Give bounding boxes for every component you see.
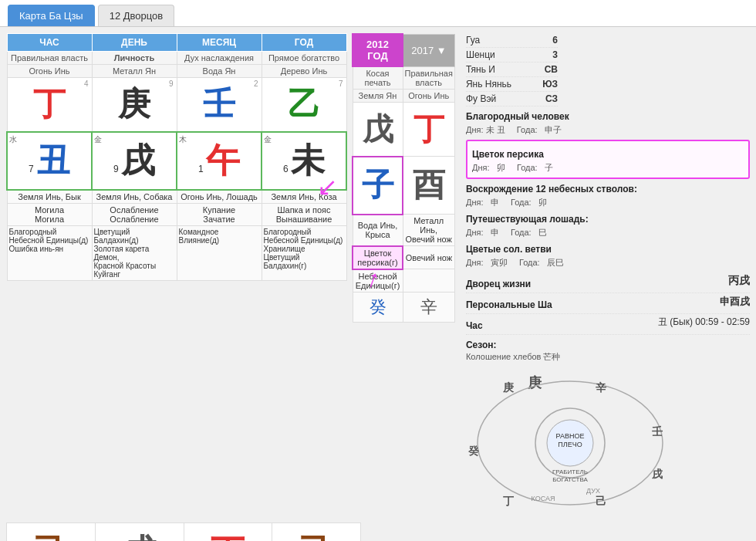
top-label-1: Личность (92, 52, 177, 65)
branch-elem-tl-3: 金 (264, 134, 272, 145)
info-yannyan: Янь Няньь ЮЗ (466, 77, 558, 92)
stars-0: Благородный Небесной Единицы(д)Ошибка ин… (7, 225, 92, 280)
label-tyanyi: Тянь И (466, 64, 495, 75)
lower-stem-0: 己 (7, 523, 96, 542)
branch-char-0: 丑 (36, 141, 70, 179)
branch-num-br-0: 7 (29, 164, 34, 174)
val-fuwei: СЗ (545, 93, 558, 104)
tab-12palaces[interactable]: 12 Дворцов (98, 5, 175, 26)
branch-info-2: Огонь Инь, Лошадь (177, 190, 262, 204)
svg-text:ПЛЕЧО: ПЛЕЧО (558, 441, 582, 448)
branch-char-1: 戌 (121, 141, 155, 179)
special-3: Шапка и поясВынашивание (262, 203, 346, 225)
year2012-header[interactable]: 2012 ГОД (353, 34, 403, 66)
header-day: ДЕНЬ (92, 34, 177, 52)
top-label-2: Дух наслаждения (177, 52, 262, 65)
year2012-hidden: 癸 (353, 292, 403, 322)
noble-man-detail: Дня: 未 丑 Года: 申子 (466, 123, 750, 137)
special-1: ОслаблениеОслабление (92, 203, 177, 225)
travel-title: Путешествующая лошадь: (466, 214, 750, 225)
year2017-heavenly (403, 269, 454, 292)
header-hour: ЧАС (7, 34, 92, 52)
svg-text:ДУХ: ДУХ (586, 487, 600, 495)
label-fuwei: Фу Вэй (466, 93, 496, 104)
elem-label-0: Огонь Инь (7, 65, 92, 78)
year2017-branch-label: Металл Инь, Овечий нож (403, 215, 454, 246)
stem-char-1: 庚 (118, 86, 150, 122)
stem-cell-3: 7 乙 (262, 78, 346, 132)
branch-cell-1: 金 9 戌 (92, 132, 177, 190)
year2017-row-label: Правильная власть (403, 66, 454, 90)
header-month: МЕСЯЦ (177, 34, 262, 52)
branch-num-br-1: 9 (113, 164, 119, 174)
year-columns: 2012 ГОД 2017 ▼ Косая печать Правильная … (352, 33, 455, 516)
year2012-branch-cell: 子 (353, 157, 403, 215)
year2012-element: Земля Ян (353, 90, 403, 103)
svg-text:ГРАБИТЕЛЬ: ГРАБИТЕЛЬ (552, 468, 588, 475)
season-title: Сезон: (466, 340, 497, 350)
svg-text:РАВНОЕ: РАВНОЕ (555, 432, 584, 440)
peach-detail: Дня: 卯 Года: 子 (472, 161, 744, 174)
lower-stem-2: 丁 (184, 523, 272, 542)
val-tyanyi: СВ (545, 64, 558, 75)
year2017-hidden: 辛 (403, 292, 454, 322)
life-palace-title: Дворец жизни (466, 279, 531, 289)
year2012-branch-char: 子 (362, 167, 394, 203)
tab-bazi[interactable]: Карта Ба Цзы (8, 5, 95, 26)
lower-stem-3: 己 (272, 523, 361, 542)
branch-cell-0: 水 7 丑 (7, 132, 92, 190)
branch-char-2: 午 (206, 141, 240, 179)
stem-char-0: 丁 (33, 86, 66, 122)
label-gua: Гуа (466, 35, 480, 46)
peach-title: Цветок персика (472, 149, 744, 160)
year2012-stem-char: 戊 (363, 112, 393, 146)
year2017-header[interactable]: 2017 ▼ (403, 34, 454, 66)
stem-char-3: 乙 (288, 86, 320, 122)
branch-elem-tl-1: 金 (94, 134, 102, 145)
travel-detail: Дня: 申 Года: 巳 (466, 226, 750, 239)
top-label-3: Прямое богатство (262, 52, 346, 65)
peach-highlight: Цветок персика Дня: 卯 Года: 子 (466, 140, 750, 179)
svg-text:戌: 戌 (651, 468, 663, 480)
year2012-branch-label: Вода Инь, Крыса (353, 215, 403, 246)
info-gua: Гуа 6 (466, 33, 558, 48)
lower-stem-1: 戌 (95, 523, 184, 542)
branch-info-1: Земля Инь, Собака (92, 190, 177, 204)
info-tyanyi: Тянь И СВ (466, 63, 558, 77)
elem-label-2: Вода Ян (177, 65, 262, 78)
info-shenzi: Шенци 3 (466, 48, 558, 63)
svg-text:己: 己 (596, 495, 606, 507)
stem-cell-0: 4 丁 (7, 78, 92, 132)
special-2: КупаниеЗачатие (177, 203, 262, 225)
stem-cell-1: 9 庚 (92, 78, 177, 132)
wheel-diagram: 庚 РАВНОЕ ПЛЕЧО ГРАБИТЕЛЬ БОГАТСТВА 庚 辛 壬… (466, 370, 682, 516)
elem-label-3: Дерево Инь (262, 65, 346, 78)
branch-info-3: Земля Инь, Коза (262, 190, 346, 204)
year2017-element: Огонь Инь (403, 90, 454, 103)
personal-sha-title: Персональные Ша (466, 299, 552, 310)
val-yannyan: ЮЗ (542, 79, 558, 90)
tabs-bar: Карта Ба Цзы 12 Дворцов (0, 0, 756, 27)
personal-sha-row: Персональные Ша 申酉戌 (466, 293, 750, 314)
year2012-heavenly: Небесной Единицы(г) (353, 269, 403, 292)
stars-1: Цветущий Балдахин(д)Золотая каретаДемон,… (92, 225, 177, 280)
noble-man-title: Благородный человек (466, 111, 750, 122)
year2012-stem-cell: 戊 (353, 103, 403, 157)
branch-num-br-3: 6 (283, 164, 289, 174)
info-panel: Гуа 6 Шенци 3 Тянь И СВ Янь Няньь ЮЗ Фу … (460, 33, 750, 516)
branch-elem-tl-0: 水 (9, 134, 17, 145)
year2017-branch-char: 酉 (413, 167, 445, 203)
svg-text:辛: 辛 (596, 381, 607, 394)
stem-num-2: 2 (254, 79, 258, 88)
bazi-chart: ЧАС ДЕНЬ МЕСЯЦ ГОД Правильная власть Лич… (6, 33, 347, 516)
label-yannyan: Янь Няньь (466, 79, 511, 90)
label-shenzi: Шенци (466, 49, 495, 60)
year2017-branch-cell: 酉 (403, 157, 454, 215)
svg-text:庚: 庚 (502, 381, 515, 394)
branch-num-br-2: 1 (198, 164, 204, 174)
info-fuwei: Фу Вэй СЗ (466, 92, 558, 107)
svg-text:丁: 丁 (503, 495, 515, 507)
year2017-special: Овечий нож (403, 246, 454, 269)
season-val: Колошение хлебов 芒种 (466, 350, 750, 363)
hour-val: 丑 (Бык) 00:59 - 02:59 (658, 316, 750, 333)
